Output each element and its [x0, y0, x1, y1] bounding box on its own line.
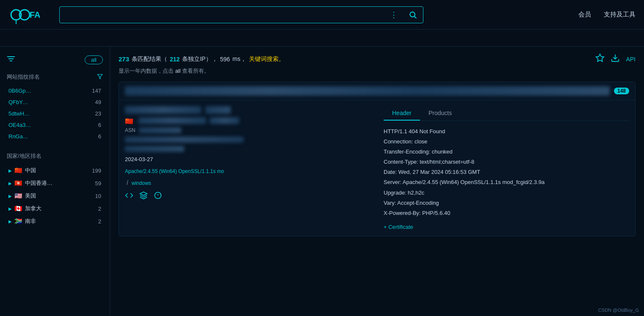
- logo-area: FA: [8, 4, 42, 25]
- sub-nav: [0, 30, 644, 47]
- time-count: 596: [220, 56, 230, 63]
- cube-icon[interactable]: [139, 191, 148, 202]
- svg-point-4: [410, 12, 415, 17]
- all-badge[interactable]: all: [85, 55, 103, 64]
- server-tag-row: Apache/2.4.55 (Win64) OpenSSL/1.1.1s mo: [125, 168, 375, 177]
- header-line: Vary: Accept-Encoding: [384, 198, 629, 208]
- main-content: all 网站指纹排名 0B6Gp…147QFbY…495dtwH…23OE4a3…: [0, 47, 644, 316]
- ip-suffix: 条独立IP），: [182, 55, 217, 63]
- fingerprint-item[interactable]: 0B6Gp…147: [7, 85, 103, 96]
- svg-marker-9: [97, 74, 102, 79]
- fingerprint-section: 网站指纹排名 0B6Gp…147QFbY…495dtwH…23OE4a3…6Rn…: [7, 73, 103, 142]
- fofa-logo: FA: [8, 4, 42, 25]
- os-tag[interactable]: windows: [132, 180, 151, 186]
- circle-icon[interactable]: [154, 191, 162, 202]
- fingerprint-item[interactable]: 5dtwH…23: [7, 108, 103, 119]
- blurred-asn: [139, 127, 181, 133]
- asn-label: ASN: [125, 127, 135, 133]
- api-label[interactable]: API: [626, 56, 636, 63]
- tab-products[interactable]: Products: [420, 106, 460, 121]
- certificate-link[interactable]: + Certificate: [384, 224, 413, 230]
- header-line: Transfer-Encoding: chunked: [384, 147, 629, 157]
- header-line: HTTP/1.1 404 Not Found: [384, 127, 629, 136]
- results-area: 273 条匹配结果（ 212 条独立IP）， 596 ms， 关键词搜索。: [110, 47, 644, 316]
- svg-marker-10: [596, 54, 604, 61]
- tools-link[interactable]: 支持及工具: [604, 11, 636, 19]
- blurred-extra: [210, 117, 239, 124]
- keyword-search-link[interactable]: 关键词搜索。: [249, 55, 285, 63]
- card-body: 🇨🇳 ASN 2024-03-27 Apache/2.4.55 (Win64) …: [119, 100, 635, 236]
- card-top-bar: 148: [119, 82, 635, 100]
- header-line: Content-Type: text/html;charset=utf-8: [384, 157, 629, 167]
- header-line: Upgrade: h2,h2c: [384, 188, 629, 198]
- card-left: 🇨🇳 ASN 2024-03-27 Apache/2.4.55 (Win64) …: [125, 106, 375, 230]
- blurred-port: [205, 106, 231, 114]
- result-date: 2024-03-27: [125, 156, 375, 162]
- search-icon: [409, 11, 417, 19]
- blurred-url: [125, 86, 610, 96]
- star-icon[interactable]: [595, 53, 605, 65]
- blurred-hostname: [138, 117, 206, 124]
- count-badge: 148: [614, 88, 629, 94]
- header-content: HTTP/1.1 404 Not FoundConnection: closeT…: [384, 127, 629, 218]
- header-line: Server: Apache/2.4.55 (Win64) OpenSSL/1.…: [384, 178, 629, 187]
- time-unit: ms，: [232, 55, 246, 63]
- result-card: 148 🇨🇳 ASN: [119, 82, 636, 236]
- fingerprint-item[interactable]: QFbY…49: [7, 96, 103, 108]
- header-line: Date: Wed, 27 Mar 2024 05:16:53 GMT: [384, 168, 629, 177]
- member-link[interactable]: 会员: [578, 11, 591, 19]
- results-summary: 273 条匹配结果（ 212 条独立IP）， 596 ms， 关键词搜索。: [119, 53, 636, 65]
- svg-line-5: [415, 16, 417, 18]
- top-actions: API: [595, 53, 636, 65]
- nav-right: 会员 支持及工具: [578, 11, 636, 19]
- asn-row: ASN: [125, 127, 375, 133]
- blurred-org: [125, 146, 184, 152]
- card-title-row: [125, 106, 375, 114]
- fingerprint-item[interactable]: RnGa…6: [7, 131, 103, 142]
- sidebar: all 网站指纹排名 0B6Gp…147QFbY…495dtwH…23OE4a3…: [0, 47, 110, 316]
- search-submit-button[interactable]: [403, 11, 423, 19]
- country-item[interactable]: ▶🇺🇸美国10: [7, 190, 103, 202]
- search-bar: body="zhuya/js/base.js" ⋮: [59, 6, 423, 23]
- card-icons-row: [125, 191, 375, 202]
- tabs-row: Header Products: [384, 106, 629, 121]
- country-item[interactable]: ▶🇨🇳中国199: [7, 164, 103, 177]
- fingerprint-filter-icon[interactable]: [97, 74, 103, 81]
- fingerprint-title: 网站指纹排名: [7, 73, 103, 81]
- header-line: X-Powered-By: PHP/5.6.40: [384, 209, 629, 218]
- header-line: Connection: close: [384, 137, 629, 146]
- all-link[interactable]: all: [175, 68, 181, 74]
- fingerprint-list: 0B6Gp…147QFbY…495dtwH…23OE4a3…6RnGa…6: [7, 85, 103, 142]
- filter-icon[interactable]: [7, 55, 15, 65]
- results-sub: 显示一年内数据，点击 all 查看所有。: [119, 67, 636, 75]
- total-suffix: 条匹配结果（: [132, 55, 167, 63]
- total-count: 273: [119, 55, 129, 63]
- slash-sep: /: [127, 179, 128, 186]
- blurred-domain: [125, 137, 243, 143]
- search-input[interactable]: body="zhuya/js/base.js": [60, 7, 386, 23]
- country-item[interactable]: ▶🇿🇦南非2: [7, 215, 103, 228]
- country-item[interactable]: ▶🇭🇰中国香港…59: [7, 177, 103, 190]
- os-tag-row: / windows: [125, 179, 375, 186]
- fingerprint-item[interactable]: OE4a3…6: [7, 119, 103, 131]
- country-item[interactable]: ▶🇨🇦加拿大2: [7, 202, 103, 215]
- watermark: CSDN @OldBoy_G: [598, 308, 639, 313]
- blurred-ip: [125, 106, 201, 114]
- ip-count: 212: [170, 56, 180, 63]
- search-options-button[interactable]: ⋮: [386, 10, 403, 19]
- code-icon[interactable]: [125, 191, 133, 202]
- right-panel: Header Products HTTP/1.1 404 Not FoundCo…: [384, 106, 629, 230]
- server-tag[interactable]: Apache/2.4.55 (Win64) OpenSSL/1.1.1s mo: [125, 168, 224, 174]
- top-nav: FA body="zhuya/js/base.js" ⋮ 会员 支持及工具: [0, 0, 644, 30]
- country-section: 国家/地区排名 ▶🇨🇳中国199▶🇭🇰中国香港…59▶🇺🇸美国10▶🇨🇦加拿大2…: [7, 152, 103, 228]
- sidebar-filter-header: all: [7, 55, 103, 65]
- svg-text:FA: FA: [30, 10, 41, 19]
- download-icon[interactable]: [611, 53, 620, 65]
- tab-header[interactable]: Header: [384, 106, 420, 121]
- country-title: 国家/地区排名: [7, 152, 103, 160]
- country-flag: 🇨🇳: [125, 117, 135, 124]
- country-list: ▶🇨🇳中国199▶🇭🇰中国香港…59▶🇺🇸美国10▶🇨🇦加拿大2▶🇿🇦南非2: [7, 164, 103, 228]
